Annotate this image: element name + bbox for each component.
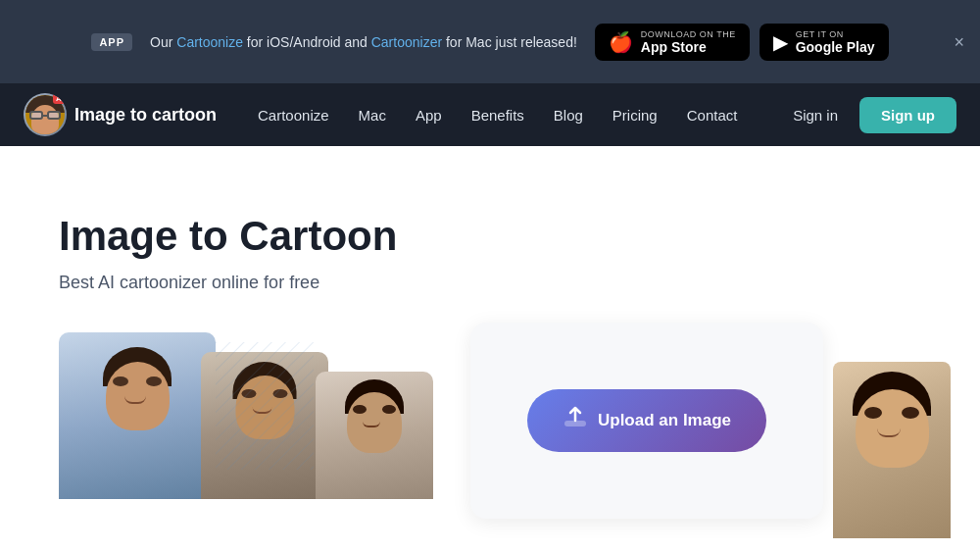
signin-button[interactable]: Sign in	[779, 99, 852, 131]
ai-badge: AI	[53, 93, 67, 104]
appstore-button[interactable]: 🍎 Download on the App Store	[595, 24, 750, 61]
nav-links: Cartoonize Mac App Benefits Blog Pricing…	[244, 99, 775, 131]
upload-icon	[563, 405, 588, 436]
nav-pricing[interactable]: Pricing	[599, 99, 671, 131]
nav-cartoonize[interactable]: Cartoonize	[244, 99, 343, 131]
store-buttons: 🍎 Download on the App Store ▶ GET IT ON …	[595, 24, 889, 61]
nav-blog[interactable]: Blog	[540, 99, 597, 131]
hero-content: Image to Cartoon Best AI cartoonizer onl…	[59, 212, 431, 538]
cartoonizer-link[interactable]: Cartoonizer	[371, 34, 442, 50]
nav-mac[interactable]: Mac	[345, 99, 400, 131]
upload-btn-label: Upload an Image	[598, 411, 731, 430]
app-badge: APP	[91, 33, 132, 51]
svg-rect-1	[216, 342, 314, 470]
hero-title: Image to Cartoon	[59, 212, 431, 261]
signup-button[interactable]: Sign up	[859, 97, 956, 133]
googleplay-button[interactable]: ▶ GET IT ON Google Play	[760, 24, 889, 61]
diagonal-decoration	[216, 342, 314, 470]
nav-actions: Sign in Sign up	[779, 97, 956, 133]
photo-1	[59, 332, 216, 499]
navbar: AI Image to cartoon Cartoonize Mac App B…	[0, 83, 980, 146]
apple-icon: 🍎	[609, 30, 633, 54]
upload-area: Upload an Image	[470, 323, 823, 519]
announcement-text: Our Cartoonize for iOS/Android and Carto…	[150, 34, 577, 50]
nav-benefits[interactable]: Benefits	[458, 99, 538, 131]
logo-link[interactable]: AI Image to cartoon	[24, 93, 217, 136]
nav-contact[interactable]: Contact	[673, 99, 752, 131]
logo-text: Image to cartoon	[74, 105, 217, 125]
hero-subtitle: Best AI cartoonizer online for free	[59, 273, 431, 293]
upload-button[interactable]: Upload an Image	[527, 389, 766, 452]
logo-avatar: AI	[24, 93, 67, 136]
googleplay-icon: ▶	[773, 30, 788, 54]
nav-app[interactable]: App	[402, 99, 456, 131]
hero-right: Upload an Image	[470, 323, 951, 538]
hero-section: Image to Cartoon Best AI cartoonizer onl…	[0, 146, 980, 538]
close-banner-button[interactable]: ×	[954, 33, 964, 51]
cartoonize-link[interactable]: Cartoonize	[176, 34, 243, 50]
photo-collage	[59, 323, 431, 499]
announcement-banner: APP Our Cartoonize for iOS/Android and C…	[0, 0, 980, 83]
right-face-photo	[833, 362, 951, 538]
photo-3	[316, 372, 433, 499]
